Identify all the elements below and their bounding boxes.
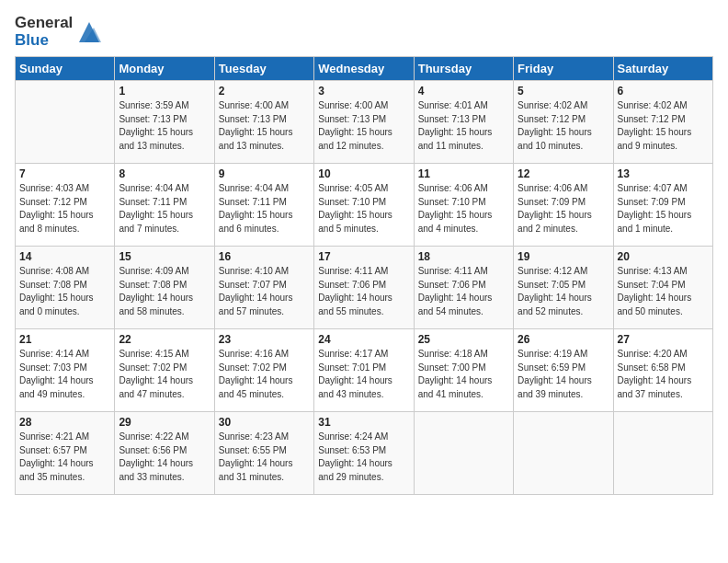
day-info: Sunrise: 3:59 AM Sunset: 7:13 PM Dayligh… — [119, 99, 210, 153]
day-number: 15 — [119, 250, 210, 263]
calendar-cell: 21Sunrise: 4:14 AM Sunset: 7:03 PM Dayli… — [16, 329, 115, 412]
day-number: 17 — [318, 250, 409, 263]
day-number: 11 — [418, 167, 509, 180]
day-number: 20 — [618, 250, 709, 263]
day-info: Sunrise: 4:03 AM Sunset: 7:12 PM Dayligh… — [19, 182, 110, 236]
calendar-cell: 5Sunrise: 4:02 AM Sunset: 7:12 PM Daylig… — [514, 81, 613, 164]
day-info: Sunrise: 4:06 AM Sunset: 7:10 PM Dayligh… — [418, 182, 509, 236]
calendar-cell: 27Sunrise: 4:20 AM Sunset: 6:58 PM Dayli… — [613, 329, 712, 412]
day-number: 21 — [19, 333, 110, 346]
calendar-cell: 23Sunrise: 4:16 AM Sunset: 7:02 PM Dayli… — [214, 329, 313, 412]
day-info: Sunrise: 4:00 AM Sunset: 7:13 PM Dayligh… — [219, 99, 310, 153]
calendar-cell — [414, 412, 513, 495]
day-number: 28 — [19, 416, 110, 429]
calendar-cell: 20Sunrise: 4:13 AM Sunset: 7:04 PM Dayli… — [613, 247, 712, 329]
calendar-cell: 22Sunrise: 4:15 AM Sunset: 7:02 PM Dayli… — [115, 329, 214, 412]
day-info: Sunrise: 4:08 AM Sunset: 7:08 PM Dayligh… — [19, 265, 110, 318]
calendar-cell: 11Sunrise: 4:06 AM Sunset: 7:10 PM Dayli… — [414, 164, 513, 247]
day-number: 22 — [119, 333, 210, 346]
calendar-week-row: 28Sunrise: 4:21 AM Sunset: 6:57 PM Dayli… — [16, 412, 713, 495]
logo-general: General — [15, 15, 73, 32]
day-info: Sunrise: 4:10 AM Sunset: 7:07 PM Dayligh… — [219, 265, 310, 318]
calendar-cell: 17Sunrise: 4:11 AM Sunset: 7:06 PM Dayli… — [314, 247, 414, 329]
day-info: Sunrise: 4:04 AM Sunset: 7:11 PM Dayligh… — [219, 182, 310, 236]
calendar-cell: 31Sunrise: 4:24 AM Sunset: 6:53 PM Dayli… — [314, 412, 414, 495]
calendar-table: SundayMondayTuesdayWednesdayThursdayFrid… — [15, 56, 713, 495]
calendar-week-row: 14Sunrise: 4:08 AM Sunset: 7:08 PM Dayli… — [16, 247, 713, 329]
calendar-cell: 29Sunrise: 4:22 AM Sunset: 6:56 PM Dayli… — [115, 412, 214, 495]
day-info: Sunrise: 4:22 AM Sunset: 6:56 PM Dayligh… — [119, 431, 210, 484]
calendar-cell: 16Sunrise: 4:10 AM Sunset: 7:07 PM Dayli… — [214, 247, 313, 329]
day-number: 16 — [219, 250, 310, 263]
calendar-cell — [514, 412, 613, 495]
day-number: 23 — [219, 333, 310, 346]
day-number: 26 — [518, 333, 609, 346]
day-number: 8 — [119, 167, 210, 180]
logo-blue: Blue — [15, 32, 73, 50]
logo-icon — [75, 18, 103, 46]
calendar-cell: 6Sunrise: 4:02 AM Sunset: 7:12 PM Daylig… — [613, 81, 712, 164]
day-of-week-header: Sunday — [16, 57, 115, 81]
day-info: Sunrise: 4:04 AM Sunset: 7:11 PM Dayligh… — [119, 182, 210, 236]
calendar-week-row: 21Sunrise: 4:14 AM Sunset: 7:03 PM Dayli… — [16, 329, 713, 412]
calendar-cell — [16, 81, 115, 164]
calendar-cell: 19Sunrise: 4:12 AM Sunset: 7:05 PM Dayli… — [514, 247, 613, 329]
calendar-cell — [613, 412, 712, 495]
day-of-week-header: Monday — [115, 57, 214, 81]
day-number: 10 — [318, 167, 409, 180]
calendar-week-row: 1Sunrise: 3:59 AM Sunset: 7:13 PM Daylig… — [16, 81, 713, 164]
day-of-week-header: Thursday — [414, 57, 513, 81]
day-info: Sunrise: 4:09 AM Sunset: 7:08 PM Dayligh… — [119, 265, 210, 318]
day-number: 19 — [518, 250, 609, 263]
day-of-week-header: Tuesday — [214, 57, 313, 81]
day-number: 4 — [418, 85, 509, 98]
day-number: 24 — [318, 333, 409, 346]
day-info: Sunrise: 4:21 AM Sunset: 6:57 PM Dayligh… — [19, 431, 110, 484]
day-number: 3 — [318, 85, 409, 98]
day-info: Sunrise: 4:05 AM Sunset: 7:10 PM Dayligh… — [318, 182, 409, 236]
calendar-cell: 7Sunrise: 4:03 AM Sunset: 7:12 PM Daylig… — [16, 164, 115, 247]
day-info: Sunrise: 4:16 AM Sunset: 7:02 PM Dayligh… — [219, 348, 310, 401]
day-number: 25 — [418, 333, 509, 346]
day-info: Sunrise: 4:15 AM Sunset: 7:02 PM Dayligh… — [119, 348, 210, 401]
day-number: 14 — [19, 250, 110, 263]
day-number: 13 — [618, 167, 709, 180]
calendar-cell: 12Sunrise: 4:06 AM Sunset: 7:09 PM Dayli… — [514, 164, 613, 247]
calendar-cell: 10Sunrise: 4:05 AM Sunset: 7:10 PM Dayli… — [314, 164, 414, 247]
page-header: General Blue — [15, 15, 713, 49]
day-info: Sunrise: 4:02 AM Sunset: 7:12 PM Dayligh… — [518, 99, 609, 153]
day-number: 29 — [119, 416, 210, 429]
calendar-cell: 9Sunrise: 4:04 AM Sunset: 7:11 PM Daylig… — [214, 164, 313, 247]
day-info: Sunrise: 4:24 AM Sunset: 6:53 PM Dayligh… — [318, 431, 409, 484]
day-number: 9 — [219, 167, 310, 180]
calendar-cell: 30Sunrise: 4:23 AM Sunset: 6:55 PM Dayli… — [214, 412, 313, 495]
day-of-week-header: Friday — [514, 57, 613, 81]
day-info: Sunrise: 4:07 AM Sunset: 7:09 PM Dayligh… — [618, 182, 709, 236]
day-number: 2 — [219, 85, 310, 98]
day-number: 27 — [618, 333, 709, 346]
logo: General Blue — [15, 15, 103, 49]
day-number: 7 — [19, 167, 110, 180]
day-info: Sunrise: 4:20 AM Sunset: 6:58 PM Dayligh… — [618, 348, 709, 401]
calendar-cell: 26Sunrise: 4:19 AM Sunset: 6:59 PM Dayli… — [514, 329, 613, 412]
calendar-week-row: 7Sunrise: 4:03 AM Sunset: 7:12 PM Daylig… — [16, 164, 713, 247]
day-info: Sunrise: 4:19 AM Sunset: 6:59 PM Dayligh… — [518, 348, 609, 401]
day-info: Sunrise: 4:11 AM Sunset: 7:06 PM Dayligh… — [318, 265, 409, 318]
day-number: 12 — [518, 167, 609, 180]
calendar-cell: 2Sunrise: 4:00 AM Sunset: 7:13 PM Daylig… — [214, 81, 313, 164]
calendar-cell: 25Sunrise: 4:18 AM Sunset: 7:00 PM Dayli… — [414, 329, 513, 412]
calendar-cell: 8Sunrise: 4:04 AM Sunset: 7:11 PM Daylig… — [115, 164, 214, 247]
day-info: Sunrise: 4:11 AM Sunset: 7:06 PM Dayligh… — [418, 265, 509, 318]
day-info: Sunrise: 4:14 AM Sunset: 7:03 PM Dayligh… — [19, 348, 110, 401]
day-number: 5 — [518, 85, 609, 98]
day-info: Sunrise: 4:13 AM Sunset: 7:04 PM Dayligh… — [618, 265, 709, 318]
calendar-header: SundayMondayTuesdayWednesdayThursdayFrid… — [16, 57, 713, 81]
day-number: 31 — [318, 416, 409, 429]
calendar-cell: 1Sunrise: 3:59 AM Sunset: 7:13 PM Daylig… — [115, 81, 214, 164]
day-number: 6 — [618, 85, 709, 98]
calendar-cell: 18Sunrise: 4:11 AM Sunset: 7:06 PM Dayli… — [414, 247, 513, 329]
day-info: Sunrise: 4:00 AM Sunset: 7:13 PM Dayligh… — [318, 99, 409, 153]
day-number: 18 — [418, 250, 509, 263]
day-info: Sunrise: 4:02 AM Sunset: 7:12 PM Dayligh… — [618, 99, 709, 153]
calendar-cell: 15Sunrise: 4:09 AM Sunset: 7:08 PM Dayli… — [115, 247, 214, 329]
